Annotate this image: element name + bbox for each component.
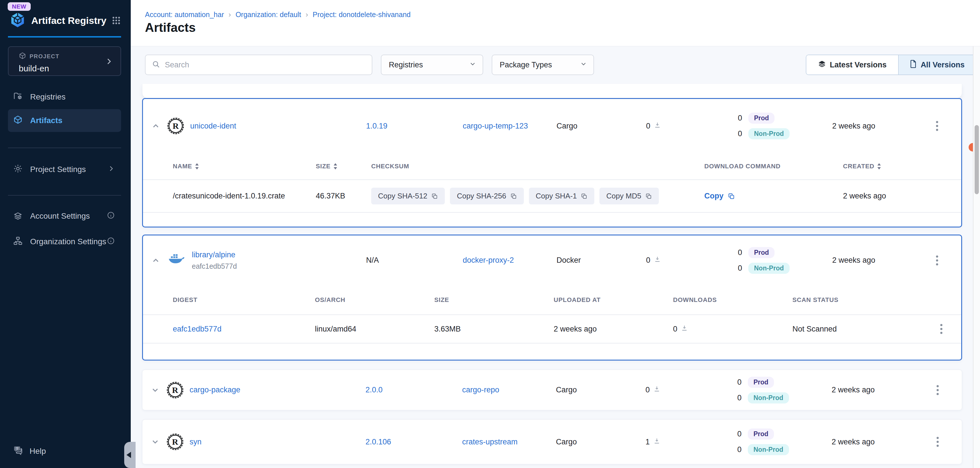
artifact-digest-short: eafc1edb577d	[192, 262, 237, 271]
scrollbar-thumb[interactable]	[975, 125, 979, 194]
breadcrumb-account-link[interactable]: Account: automation_har	[145, 11, 224, 19]
info-icon[interactable]	[107, 211, 115, 221]
gear-icon	[13, 164, 23, 175]
expand-row-button[interactable]	[151, 385, 160, 395]
file-icon	[910, 60, 916, 70]
prod-count: 0	[737, 248, 742, 257]
content: Registries Package Types	[131, 46, 980, 468]
artifact-row: R unicode-ident 1.0.19 cargo-up-temp-123…	[143, 99, 961, 153]
project-cube-icon	[19, 52, 26, 61]
row-menu-button[interactable]	[936, 384, 939, 396]
prod-badge: Prod	[748, 113, 775, 124]
downloads-count: 0	[646, 122, 650, 131]
column-header-created[interactable]: CREATED	[843, 162, 961, 170]
digest-size: 3.63MB	[434, 325, 554, 334]
sidebar-item-organization-settings[interactable]: Organization Settings	[8, 230, 121, 253]
package-type: Docker	[557, 256, 646, 265]
column-header-name[interactable]: NAME	[173, 162, 316, 170]
non-prod-badge: Non-Prod	[748, 128, 789, 139]
collapse-left-icon	[126, 452, 131, 458]
page-title: Artifacts	[145, 21, 196, 35]
column-header-os-arch: OS/ARCH	[315, 296, 434, 304]
sidebar-item-help[interactable]: ? Help	[13, 445, 46, 457]
artifact-registry-link[interactable]: docker-proxy-2	[463, 256, 514, 265]
row-menu-button[interactable]	[935, 120, 939, 132]
package-types-filter-dropdown[interactable]: Package Types	[492, 54, 594, 75]
download-icon	[654, 121, 661, 131]
guide-beacon[interactable]	[969, 143, 973, 151]
main-area: Account: automation_har › Organization: …	[131, 0, 980, 468]
breadcrumb: Account: automation_har › Organization: …	[145, 10, 411, 19]
copy-download-command-button[interactable]: Copy	[704, 192, 735, 201]
non-prod-count: 0	[737, 445, 741, 454]
latest-versions-button[interactable]: Latest Versions	[807, 55, 898, 75]
sidebar: NEW Artifact Registry	[0, 0, 131, 468]
created-at: 2 weeks ago	[832, 122, 913, 131]
digest-scan-status: Not Scanned	[792, 325, 921, 334]
copy-sha512-button[interactable]: Copy SHA-512	[371, 188, 445, 204]
non-prod-badge: Non-Prod	[748, 444, 789, 455]
copy-sha256-button[interactable]: Copy SHA-256	[450, 188, 523, 204]
digest-table-header: DIGEST OS/ARCH SIZE UPLOADED AT DOWNLOAD…	[143, 285, 961, 315]
breadcrumb-organization-link[interactable]: Organization: default	[235, 11, 301, 19]
sidebar-item-project-settings[interactable]: Project Settings	[8, 158, 121, 181]
sidebar-item-account-settings[interactable]: Account Settings	[8, 205, 121, 228]
breadcrumb-separator: ›	[229, 10, 231, 19]
chevron-right-icon	[105, 57, 113, 67]
digest-link[interactable]: eafc1edb577d	[173, 325, 221, 334]
app-switcher-icon[interactable]	[111, 16, 121, 25]
collapse-row-button[interactable]	[151, 256, 160, 265]
artifact-version-link[interactable]: 2.0.106	[366, 438, 391, 446]
accent-divider	[8, 36, 121, 38]
artifact-name-link[interactable]: unicode-ident	[190, 122, 236, 131]
chevron-down-icon	[469, 60, 476, 70]
artifact-name-link[interactable]: cargo-package	[189, 385, 240, 394]
search-icon	[152, 60, 160, 70]
expand-row-button[interactable]	[151, 437, 160, 446]
search-input[interactable]	[165, 60, 366, 69]
artifact-registry-link[interactable]: crates-upstream	[462, 438, 517, 446]
project-selector[interactable]: PROJECT build-en	[8, 46, 121, 76]
chevron-right-icon	[107, 165, 115, 174]
prod-count: 0	[737, 378, 741, 387]
artifact-version-link[interactable]: 2.0.0	[366, 385, 383, 394]
downloads-count: 0	[646, 256, 650, 265]
versions-toggle-group: Latest Versions All Versions	[806, 54, 976, 75]
artifact-card-cargo-package: R cargo-package 2.0.0 cargo-repo Cargo 0	[142, 369, 962, 410]
artifact-version-link[interactable]: 1.0.19	[366, 122, 387, 131]
info-icon[interactable]	[107, 237, 115, 247]
non-prod-badge: Non-Prod	[748, 263, 789, 274]
download-icon	[653, 437, 660, 447]
sidebar-divider	[8, 195, 121, 196]
artifact-registry-link[interactable]: cargo-up-temp-123	[463, 122, 528, 131]
all-versions-button[interactable]: All Versions	[898, 55, 976, 75]
scrollbar-track[interactable]	[973, 46, 980, 468]
scrolled-card-remnant	[142, 84, 962, 98]
registries-filter-dropdown[interactable]: Registries	[381, 54, 483, 75]
collapse-row-button[interactable]	[151, 121, 160, 131]
package-type: Cargo	[556, 385, 646, 394]
breadcrumb-project-link[interactable]: Project: donotdelete-shivanand	[313, 11, 411, 19]
column-header-checksum: CHECKSUM	[371, 162, 704, 170]
column-header-size[interactable]: SIZE	[316, 162, 371, 170]
new-badge: NEW	[8, 2, 31, 11]
created-at: 2 weeks ago	[832, 256, 913, 265]
sidebar-collapse-button[interactable]	[124, 442, 135, 468]
row-menu-button[interactable]	[936, 436, 939, 447]
copy-md5-button[interactable]: Copy MD5	[600, 188, 659, 204]
copy-sha1-button[interactable]: Copy SHA-1	[529, 188, 595, 204]
row-menu-button[interactable]	[940, 323, 943, 335]
layers-gear-icon	[13, 210, 23, 222]
sidebar-item-artifacts[interactable]: Artifacts	[8, 109, 121, 132]
artifact-name-link[interactable]: library/alpine	[192, 250, 237, 259]
non-prod-badge: Non-Prod	[748, 392, 789, 403]
column-header-digest: DIGEST	[173, 296, 315, 304]
artifact-name-link[interactable]: syn	[189, 438, 202, 446]
file-size: 46.37KB	[316, 192, 371, 201]
sidebar-item-registries[interactable]: Registries	[8, 86, 121, 108]
artifact-row: R cargo-package 2.0.0 cargo-repo Cargo 0	[142, 370, 962, 410]
digest-row: eafc1edb577d linux/amd64 3.63MB 2 weeks …	[143, 315, 961, 344]
digest-os-arch: linux/amd64	[315, 325, 434, 334]
row-menu-button[interactable]	[935, 255, 939, 266]
artifact-registry-link[interactable]: cargo-repo	[462, 385, 500, 394]
